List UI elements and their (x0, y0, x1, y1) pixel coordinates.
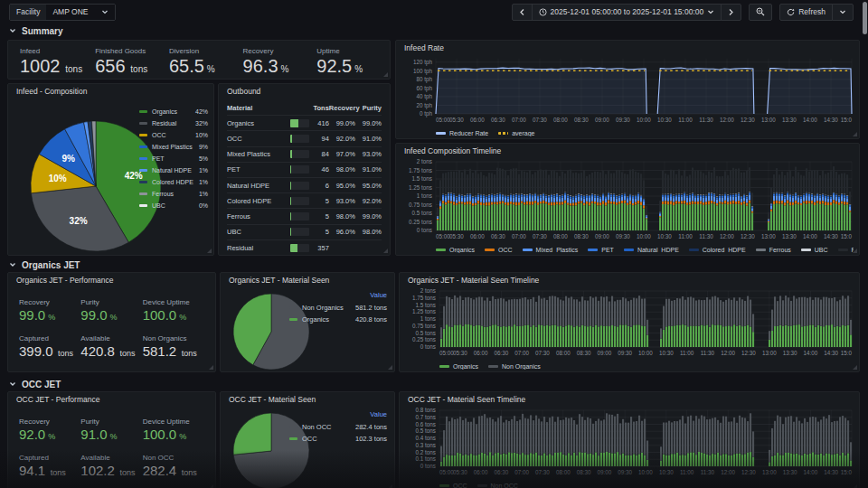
recovery-cell: 98.0% (329, 165, 355, 174)
zoom-out-button[interactable] (749, 4, 772, 21)
stat-value: 100.0% (143, 307, 204, 323)
legend-value-header[interactable]: Value (289, 410, 387, 418)
section-header-occ-jet[interactable]: OCC JET (9, 378, 61, 390)
legend-item-ferrous[interactable]: Ferrous1% (139, 188, 208, 200)
svg-text:0.3 tons: 0.3 tons (416, 442, 436, 448)
scrollbar-thumb[interactable] (863, 2, 867, 34)
legend-value-header[interactable]: Value (289, 291, 387, 299)
legend-item-natural-hdpe[interactable]: Natural_HDPE (624, 247, 679, 253)
legend-item-mixed-plastics[interactable]: Mixed Plastics9% (139, 141, 208, 153)
legend-item-pet[interactable]: PET (588, 247, 614, 253)
legend-label: PET (601, 247, 614, 253)
svg-text:15:0: 15:0 (841, 350, 853, 356)
panel-title: OCC JET - Performance (8, 392, 215, 407)
section-header-organics-jet[interactable]: Organics JET (9, 258, 80, 271)
legend-item-ferrous[interactable]: Ferrous (756, 247, 791, 253)
legend-value: 10% (195, 132, 208, 138)
legend-item-occ[interactable]: OCC10% (139, 129, 208, 141)
legend-swatch (139, 145, 147, 147)
tons-cell: 6 (290, 182, 329, 190)
legend-item-colored-hdpe[interactable]: Colored_HDPE (689, 247, 746, 253)
legend-item-non-occ[interactable]: Non OCC282.4 tons (289, 421, 387, 433)
time-range-button[interactable]: 2025-12-01 05:00:00 to 2025-12-01 15:00:… (532, 4, 722, 21)
outbound-row-natural-hdpe: Natural HDPE695.0%95.0% (227, 178, 382, 193)
legend-item-non-occ[interactable]: Non OCC (477, 483, 518, 488)
legend-item-colored-hdpe[interactable]: Colored HDPE1% (139, 176, 208, 188)
svg-text:09:00: 09:00 (595, 233, 609, 239)
stat-label: Non Organics (143, 334, 204, 343)
legend-item-residual[interactable]: Residual (838, 247, 854, 253)
svg-text:06:30: 06:30 (495, 350, 509, 356)
legend-label: Colored_HDPE (703, 247, 746, 253)
stat-device-uptime: Device Uptime100.0% (143, 293, 204, 329)
facility-select[interactable]: AMP ONE (46, 5, 114, 20)
outbound-row-organics: Organics41699.0%99.0% (227, 116, 382, 131)
legend-item-ubc[interactable]: UBC0% (139, 200, 208, 211)
svg-text:0 tons: 0 tons (420, 463, 436, 469)
svg-text:0.5 tons: 0.5 tons (412, 210, 432, 216)
panel-organics-material-seen-timeline: Organics JET - Material Seen Timeline 0 … (399, 272, 860, 372)
legend-item-organics[interactable]: Organics (439, 363, 478, 370)
stat-value: 100.0% (143, 427, 204, 442)
svg-text:09:30: 09:30 (616, 117, 630, 123)
refresh-button[interactable]: Refresh (779, 4, 833, 21)
legend-item-natural-hdpe[interactable]: Natural HDPE1% (139, 164, 208, 176)
tons-gauge (290, 197, 309, 205)
legend-item-non-organics[interactable]: Non Organics581.2 tons (289, 302, 387, 314)
svg-text:09:00: 09:00 (598, 350, 612, 356)
stat-label: Finished Goods (95, 47, 156, 55)
svg-text:12:00: 12:00 (720, 233, 734, 239)
stat-label: Captured (19, 454, 80, 462)
time-back-button[interactable] (512, 4, 533, 21)
legend-item-occ[interactable]: OCC (439, 483, 467, 488)
stat-value: 99.0% (80, 307, 142, 323)
legend-label: PET (152, 155, 165, 162)
legend-value: 420.8 tons (355, 315, 387, 324)
legend-item-ubc[interactable]: UBC (801, 247, 828, 253)
refresh-interval-button[interactable] (832, 4, 854, 21)
tons-gauge (290, 244, 309, 252)
stat-unit: % (354, 64, 363, 74)
svg-text:08:00: 08:00 (556, 469, 571, 475)
svg-text:11:00: 11:00 (678, 117, 693, 123)
legend-item-reducer-rate[interactable]: Reducer Rate (436, 130, 488, 136)
stat-unit: tons (179, 349, 197, 358)
legend-item-pet[interactable]: PET5% (139, 153, 208, 164)
stat-label: Purity (80, 418, 142, 426)
svg-text:10:30: 10:30 (659, 350, 674, 356)
facility-picker[interactable]: Facility AMP ONE (9, 4, 116, 21)
svg-text:12:30: 12:30 (741, 469, 756, 475)
section-title: OCC JET (22, 380, 61, 389)
svg-text:07:30: 07:30 (533, 117, 547, 123)
legend-item-organics[interactable]: Organics42% (139, 106, 208, 117)
panel-outbound: Outbound MaterialTonsRecoveryPurityOrgan… (218, 83, 391, 256)
legend-item-mixed-plastics[interactable]: Mixed_Plastics (523, 247, 579, 253)
recovery-cell: 97.0% (329, 150, 355, 158)
legend-item-non-organics[interactable]: Non Organics (488, 363, 541, 370)
stat-available: Available102.2 tons (80, 448, 142, 484)
legend-item-average[interactable]: average (498, 130, 534, 136)
legend-item-occ[interactable]: OCC102.3 tons (289, 433, 387, 445)
legend-item-residual[interactable]: Residual32% (139, 117, 208, 129)
outbound-row-ferrous: Ferrous598.0%99.0% (227, 209, 382, 224)
svg-text:05:30: 05:30 (453, 469, 467, 475)
stat-label: Recovery (243, 47, 305, 55)
svg-text:20 tph: 20 tph (416, 102, 432, 109)
time-forward-button[interactable] (721, 4, 741, 21)
legend-item-organics[interactable]: Organics (436, 247, 475, 253)
svg-text:05:30: 05:30 (453, 350, 467, 356)
tons-gauge (290, 228, 309, 236)
svg-text:1 tons: 1 tons (417, 192, 432, 199)
legend-label: Non OCC (491, 483, 518, 488)
legend-item-occ[interactable]: OCC (485, 247, 513, 253)
legend-swatch (139, 157, 147, 159)
svg-text:12:30: 12:30 (741, 117, 755, 123)
svg-text:15:0: 15:0 (841, 469, 853, 475)
stat-label: Captured (19, 334, 80, 343)
stat-available: Available420.8 tons (80, 329, 142, 365)
organics-performance-stats: Recovery99.0%Purity99.0%Device Uptime100… (8, 287, 215, 371)
material-cell: Colored HDPE (227, 197, 290, 205)
section-header-summary[interactable]: Summary (9, 24, 63, 37)
legend-item-organics[interactable]: Organics420.8 tons (289, 314, 387, 325)
svg-text:09:30: 09:30 (616, 233, 630, 239)
